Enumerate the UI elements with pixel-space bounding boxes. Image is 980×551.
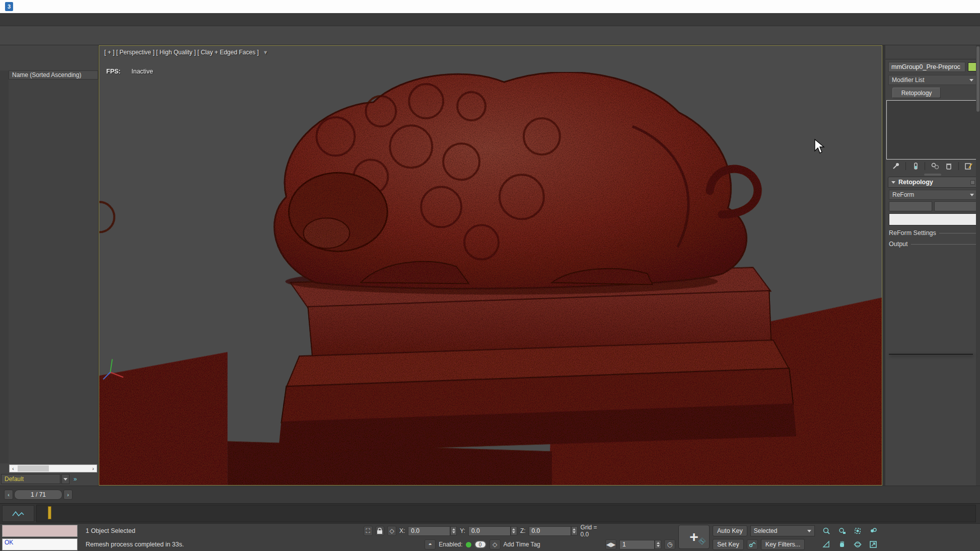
restart-button[interactable] (934, 201, 977, 211)
zoom-all-icon[interactable] (834, 524, 850, 537)
modifier-set-button[interactable]: Retopology (892, 88, 941, 98)
key-filters-button[interactable]: Key Filters... (761, 539, 805, 550)
pin-stack-icon[interactable] (892, 162, 900, 170)
auto-key-button[interactable]: Auto Key (713, 525, 747, 536)
viewport-label[interactable]: [ + ] [ Perspective ] [ High Quality ] [… (104, 49, 259, 56)
key-selection-dropdown[interactable]: Selected (750, 525, 815, 536)
explorer-menus (0, 45, 98, 58)
add-time-tag[interactable]: Add Time Tag (504, 541, 540, 548)
timeline-ruler[interactable] (36, 505, 976, 522)
time-slider-handle[interactable] (48, 506, 51, 519)
window-titlebar: 3 (0, 0, 980, 13)
main-menubar (0, 13, 980, 26)
status-bar: OK 1 Object Selected Remesh process comp… (0, 523, 980, 551)
scroll-thumb[interactable] (18, 465, 49, 471)
mouse-cursor (814, 139, 825, 154)
grid-size-label: Grid = 0.0 (581, 524, 601, 538)
scroll-left-icon[interactable]: ‹ (10, 466, 17, 471)
selection-lock-icon[interactable] (376, 526, 385, 536)
explorer-preset-dropdown[interactable]: Default (1, 474, 60, 484)
explorer-filter-strip (0, 70, 9, 463)
enabled-status-icon (466, 542, 471, 547)
rollout-pin-icon[interactable] (970, 180, 975, 185)
main-toolbar (0, 26, 980, 45)
next-frame-arrow-icon[interactable]: › (63, 490, 73, 500)
set-key-button[interactable]: Set Key (713, 539, 744, 550)
progress-bar (889, 213, 977, 225)
track-bar (0, 503, 980, 523)
zoom-icon[interactable] (819, 524, 834, 537)
output-group-label: Output (889, 241, 977, 248)
object-name-field[interactable]: mmGroup0_Pre-Preproc (888, 62, 965, 72)
pan-icon[interactable] (834, 538, 850, 551)
configure-modifier-sets-icon[interactable] (964, 162, 973, 170)
prev-frame-arrow-icon[interactable]: ‹ (4, 490, 13, 500)
retopology-rollout-header[interactable]: Retopology (888, 177, 978, 188)
transform-gizmo-icon[interactable]: ◇ (387, 526, 396, 536)
x-coordinate-field[interactable]: 0.0 (408, 526, 450, 536)
current-frame-field[interactable]: 1 (619, 540, 655, 549)
material-ball-icon[interactable]: ◓ (425, 539, 436, 549)
preset-caret-icon[interactable] (61, 474, 69, 484)
isolate-selection-icon[interactable]: ⛶ (364, 526, 373, 536)
explorer-hscrollbar[interactable]: ‹ › (9, 464, 97, 473)
explorer-toolbar (0, 58, 98, 70)
perspective-viewport[interactable]: [ + ] [ Perspective ] [ High Quality ] [… (99, 45, 882, 486)
y-label: Y: (460, 527, 465, 534)
compute-button[interactable] (889, 201, 932, 211)
maxscript-listener-input[interactable] (2, 525, 78, 537)
command-panel: mmGroup0_Pre-Preproc Modifier List Retop… (885, 45, 980, 486)
selection-status: 1 Object Selected (86, 525, 360, 537)
overflow-chevron-icon[interactable]: » (74, 476, 77, 483)
key-filter-icon[interactable] (747, 539, 758, 549)
viewport-statistics: FPS: Inactive (106, 61, 153, 75)
y-coordinate-field[interactable]: 0.0 (468, 526, 511, 536)
explorer-sort-header[interactable]: Name (Sorted Ascending) (9, 70, 98, 80)
zero-toggle[interactable]: 0 (474, 540, 486, 548)
viewport-funnel-icon[interactable]: ▼ (263, 49, 268, 55)
scene-explorer: Name (Sorted Ascending) ‹ › Default » (0, 45, 99, 486)
algorithm-dropdown-list (889, 354, 973, 355)
maxscript-listener-output[interactable]: OK (2, 538, 78, 550)
prompt-message: Remesh process completed in 33s. (86, 538, 360, 550)
zoom-extents-all-icon[interactable] (866, 524, 881, 537)
remove-modifier-icon[interactable] (945, 162, 953, 170)
enabled-label: Enabled: (439, 541, 462, 548)
scroll-right-icon[interactable]: › (90, 466, 97, 471)
x-label: X: (399, 527, 405, 534)
fps-value: Inactive (131, 68, 153, 75)
time-config-icon[interactable]: ◷ (664, 539, 675, 549)
stack-toolbar (885, 160, 980, 173)
algorithm-combobox[interactable]: ReForm (889, 190, 977, 200)
orbit-icon[interactable] (850, 538, 865, 551)
maximize-viewport-icon[interactable] (866, 538, 881, 551)
fps-label: FPS: (106, 68, 120, 75)
modifier-stack (886, 100, 979, 160)
frame-step-icon[interactable]: ◀▶ (605, 539, 616, 549)
show-end-result-icon[interactable] (912, 162, 920, 170)
app-logo-icon: 3 (5, 2, 13, 11)
lion-statue-mesh (99, 46, 882, 485)
fov-icon[interactable] (819, 538, 834, 551)
create-key-button[interactable]: +⚿ (678, 525, 710, 549)
time-slider-row: ‹ 1 / 71 › (0, 486, 980, 503)
z-label: Z: (520, 527, 526, 534)
cube-tag-icon[interactable]: ◇ (489, 539, 501, 549)
z-coordinate-field[interactable]: 0.0 (529, 526, 571, 536)
frame-indicator[interactable]: 1 / 71 (14, 490, 62, 500)
key-glyph-icon: ⚿ (697, 536, 708, 546)
mini-curve-editor-icon[interactable] (2, 505, 34, 522)
modifier-list-dropdown[interactable]: Modifier List (888, 75, 977, 85)
zoom-extents-icon[interactable] (850, 524, 865, 537)
make-unique-icon[interactable] (931, 162, 940, 170)
panel-scrollbar[interactable] (976, 45, 980, 486)
settings-group-label: ReForm Settings (889, 229, 977, 237)
rollout-splitter[interactable] (885, 173, 980, 177)
